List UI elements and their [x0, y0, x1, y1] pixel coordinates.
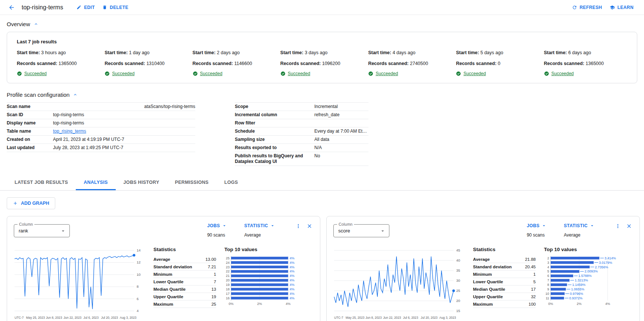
chevron-up-icon[interactable] — [73, 92, 78, 97]
more-options-icon[interactable] — [295, 222, 302, 230]
config-row: Scan IDtop-rising-terms — [7, 111, 195, 119]
config-label: Display name — [7, 120, 53, 126]
stat-row: Median Quartile13 — [153, 285, 216, 293]
column-select-floating-label: Column — [18, 222, 34, 226]
stat-row: Average21.88 — [473, 256, 536, 263]
job-status-link[interactable]: Succeeded — [200, 71, 223, 76]
config-label: Incremental column — [235, 112, 314, 118]
statistics-title: Statistics — [153, 247, 216, 252]
config-value: Every day at 7:00 AM Etc/GMT+8 — [314, 129, 368, 134]
tab-permissions[interactable]: PERMISSIONS — [167, 175, 217, 190]
stat-value: 13.00 — [205, 257, 216, 262]
back-button[interactable] — [7, 3, 16, 12]
svg-text:2%: 2% — [257, 302, 262, 306]
job-status-link[interactable]: Succeeded — [24, 71, 47, 76]
svg-text:3: 3 — [547, 261, 549, 265]
job-result: Start time: 2 days agoRecords scanned: 1… — [193, 44, 276, 76]
tab-bar: LATEST JOB RESULTSANALYSISJOBS HISTORYPE… — [0, 175, 644, 191]
job-status-link[interactable]: Succeeded — [463, 71, 486, 76]
svg-text:6: 6 — [137, 297, 139, 301]
config-value: All data — [314, 137, 368, 142]
svg-text:0.9796%: 0.9796% — [570, 292, 583, 296]
jobs-dropdown[interactable]: JOBS — [527, 223, 547, 228]
stat-label: Upper Quartile — [473, 294, 503, 299]
svg-text:Jun 8, 2023: Jun 8, 2023 — [46, 316, 62, 320]
job-result: Start time: 4 days agoRecords scanned: 2… — [368, 44, 451, 76]
svg-text:45: 45 — [456, 248, 460, 252]
config-value: N/A — [314, 145, 368, 151]
config-row: Last updatedJuly 28, 2023 at 1:49:25 PM … — [7, 144, 195, 152]
close-icon[interactable] — [625, 222, 633, 230]
tab-logs[interactable]: LOGS — [217, 175, 246, 190]
config-label: Sampling size — [235, 137, 314, 142]
add-graph-button[interactable]: ADD GRAPH — [7, 197, 55, 209]
config-value: top_rising_terms — [53, 129, 195, 134]
config-value: top-rising-terms — [53, 120, 195, 126]
job-status-link[interactable]: Succeeded — [551, 71, 574, 76]
config-row: ScopeIncremental — [235, 103, 368, 111]
stat-row: Minimum1 — [153, 271, 216, 278]
chevron-down-icon — [60, 228, 66, 234]
config-value: April 21, 2023 at 4:19:19 PM UTC-7 — [53, 137, 195, 142]
config-row: Publish results to BigQuery and Dataplex… — [235, 152, 368, 166]
column-select[interactable]: Column rank — [14, 224, 70, 237]
stat-value: 21.88 — [525, 257, 536, 262]
job-result: Start time: 5 days agoRecords scanned: 0… — [456, 44, 539, 76]
config-value: top-rising-terms — [53, 112, 195, 118]
stat-value: 7.21 — [208, 265, 216, 269]
jobs-dropdown[interactable]: JOBS — [207, 223, 227, 228]
chevron-down-icon — [222, 223, 227, 228]
close-icon[interactable] — [306, 222, 313, 230]
svg-text:Jun 8, 2023: Jun 8, 2023 — [365, 316, 382, 320]
stat-value: 17 — [531, 287, 536, 291]
config-label: Results exported to — [235, 145, 314, 151]
tab-jobs-history[interactable]: JOBS HISTORY — [116, 175, 167, 190]
svg-text:19: 19 — [226, 283, 230, 287]
svg-text:1.0655%: 1.0655% — [571, 287, 585, 291]
svg-text:9: 9 — [547, 287, 549, 291]
trend-line-chart: 468101214UTC-7May 25, 2023Jun 8, 2023Jun… — [14, 247, 145, 321]
stat-row: Upper Quartile32 — [473, 293, 536, 300]
stat-label: Standard deviation — [473, 265, 512, 269]
top10-bar-chart: 0%2%4%23.414%33.0179%42.7356%52.0093%61.… — [544, 256, 633, 310]
svg-text:2.7356%: 2.7356% — [595, 265, 608, 269]
column-select-value: rank — [19, 228, 60, 234]
table-name-link[interactable]: top_rising_terms — [53, 129, 86, 134]
delete-button[interactable]: DELETE — [99, 3, 132, 12]
success-check-icon — [280, 71, 286, 76]
statistic-dropdown[interactable]: STATISTIC — [244, 223, 275, 228]
tab-latest-job-results[interactable]: LATEST JOB RESULTS — [7, 175, 76, 190]
stat-label: Lower Quartile — [473, 280, 503, 284]
chevron-up-icon[interactable] — [34, 22, 38, 27]
job-start-time: Start time: 6 days ago — [544, 50, 627, 55]
statistic-dropdown[interactable]: STATISTIC — [564, 223, 595, 228]
config-label: Scan name — [7, 104, 53, 109]
success-check-icon — [456, 71, 461, 76]
config-row: Table nametop_rising_terms — [7, 127, 195, 136]
learn-button[interactable]: LEARN — [606, 3, 637, 12]
stat-value: 19 — [211, 294, 216, 299]
jobs-value: 90 scans — [207, 232, 225, 238]
svg-text:2: 2 — [547, 256, 549, 260]
job-status-link[interactable]: Succeeded — [112, 71, 134, 76]
config-row: Incremental columnrefresh_date — [235, 111, 368, 119]
svg-text:4%: 4% — [290, 278, 295, 282]
job-status-link[interactable]: Succeeded — [376, 71, 398, 76]
refresh-button[interactable]: REFRESH — [568, 3, 606, 12]
chevron-down-icon — [589, 223, 595, 228]
job-start-time: Start time: 4 days ago — [368, 50, 451, 55]
svg-text:May 25, 2023: May 25, 2023 — [26, 316, 45, 320]
job-status-link[interactable]: Succeeded — [288, 71, 310, 76]
column-select[interactable]: Column score — [333, 224, 389, 237]
svg-text:35: 35 — [456, 268, 460, 272]
config-label: Row filter — [235, 120, 314, 126]
edit-button[interactable]: EDIT — [73, 3, 99, 12]
config-value — [314, 120, 368, 126]
stat-value: 25 — [211, 302, 216, 306]
stat-value: 32 — [531, 294, 536, 299]
config-row: Row filter — [235, 119, 368, 127]
more-options-icon[interactable] — [614, 222, 622, 230]
svg-text:10: 10 — [545, 292, 549, 296]
svg-text:20: 20 — [226, 278, 230, 282]
tab-analysis[interactable]: ANALYSIS — [76, 175, 115, 190]
